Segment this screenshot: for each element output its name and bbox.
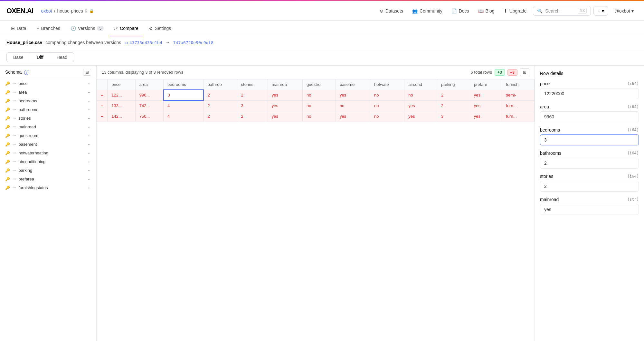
table-cell[interactable]: no <box>303 90 336 100</box>
tab-head[interactable]: Head <box>50 52 74 62</box>
table-cell[interactable]: 4 <box>164 111 204 122</box>
details-fields: price (i64) 12220000 area (i64) 9960 bed… <box>540 81 639 215</box>
schema-arrows: ↔ <box>87 151 91 155</box>
table-cell[interactable]: yes <box>336 111 370 122</box>
key-icon: 🔑 <box>5 186 10 190</box>
schema-field-bedrooms[interactable]: 🔑 ••• bedrooms ↔ <box>0 97 96 105</box>
schema-field-stories[interactable]: 🔑 ••• stories ↔ <box>0 114 96 123</box>
table-row[interactable]: −133...742...423yesnononoyes2yesfurn... <box>97 100 535 111</box>
details-panel: Row details price (i64) 12220000 area (i… <box>535 66 644 341</box>
nav-docs[interactable]: 📄 Docs <box>448 6 473 15</box>
table-cell[interactable]: yes <box>470 100 502 111</box>
table-cell[interactable]: yes <box>470 90 502 100</box>
breadcrumb-user[interactable]: oxbot <box>41 8 52 14</box>
user-menu[interactable]: @oxbot ▾ <box>611 6 638 15</box>
table-cell[interactable]: 2 <box>237 90 268 100</box>
table-cell[interactable]: furn... <box>502 111 535 122</box>
table-cell[interactable]: 2 <box>437 90 470 100</box>
table-cell[interactable]: 750... <box>135 111 163 122</box>
table-cell[interactable]: no <box>404 90 437 100</box>
table-cell[interactable]: yes <box>470 111 502 122</box>
table-cell[interactable]: semi- <box>502 90 535 100</box>
table-row[interactable]: −122...996...322yesnoyesnono2yessemi- <box>97 90 535 100</box>
table-cell[interactable]: 996... <box>135 90 163 100</box>
key-icon: 🔑 <box>5 151 10 155</box>
schema-field-guestroom[interactable]: 🔑 ••• guestroom ↔ <box>0 131 96 140</box>
detail-field-type: (i64) <box>627 81 639 86</box>
table-cell[interactable]: furn... <box>502 100 535 111</box>
schema-field-airconditioning[interactable]: 🔑 ••• airconditioning ↔ <box>0 157 96 166</box>
table-cell[interactable]: 122... <box>108 90 136 100</box>
data-table: priceareabedroomsbathroostoriesmainroagu… <box>97 79 535 122</box>
table-cell[interactable]: 2 <box>204 111 237 122</box>
schema-field-bathrooms[interactable]: 🔑 ••• bathrooms ↔ <box>0 105 96 114</box>
table-cell[interactable]: yes <box>404 100 437 111</box>
table-cell[interactable]: 133... <box>108 100 136 111</box>
total-rows-label: 6 total rows <box>470 70 492 75</box>
table-cell[interactable]: 3 <box>164 90 204 100</box>
table-cell[interactable]: yes <box>268 90 302 100</box>
schema-field-mainroad[interactable]: 🔑 ••• mainroad ↔ <box>0 123 96 131</box>
schema-field-name: bathrooms <box>19 107 85 112</box>
table-head: priceareabedroomsbathroostoriesmainroagu… <box>97 79 535 90</box>
detail-field-value: 12220000 <box>540 88 639 99</box>
search-box[interactable]: 🔍 Search ⌘K <box>533 6 591 16</box>
detail-field-value: 9960 <box>540 111 639 122</box>
tab-base[interactable]: Base <box>6 52 30 62</box>
schema-info-icon[interactable]: i <box>24 70 29 75</box>
layout-button[interactable]: ⊞ <box>520 68 529 76</box>
schema-field-name: basement <box>19 142 85 147</box>
table-cell[interactable]: no <box>370 111 404 122</box>
from-hash[interactable]: cc43735d435e1b4 <box>124 40 162 45</box>
breadcrumb-repo[interactable]: house-prices <box>57 8 83 14</box>
table-cell[interactable]: no <box>336 100 370 111</box>
table-cell[interactable]: yes <box>404 111 437 122</box>
schema-field-hotwaterheating[interactable]: 🔑 ••• hotwaterheating ↔ <box>0 149 96 157</box>
plus-button[interactable]: + ▾ <box>593 6 608 16</box>
subnav-settings[interactable]: ⚙ Settings <box>144 23 176 33</box>
table-row[interactable]: −142...750...422yesnoyesnoyes3yesfurn... <box>97 111 535 122</box>
subnav: ⊞ Data ⑂ Branches 🕐 Versions 5 ⇄ Compare… <box>0 21 644 36</box>
col-header-area: area <box>135 79 163 90</box>
tab-diff[interactable]: Diff <box>30 52 50 62</box>
logo[interactable]: OXEN.AI <box>6 7 33 15</box>
table-cell[interactable]: 142... <box>108 111 136 122</box>
data-table-wrapper[interactable]: priceareabedroomsbathroostoriesmainroagu… <box>97 79 535 341</box>
subnav-data[interactable]: ⊞ Data <box>6 23 31 33</box>
nav-blog[interactable]: 📖 Blog <box>474 6 498 15</box>
schema-toggle-button[interactable]: ⊟ <box>83 69 91 76</box>
table-cell[interactable]: no <box>303 100 336 111</box>
table-cell[interactable]: no <box>370 90 404 100</box>
to-hash[interactable]: 747a6720e90c9df8 <box>173 40 213 45</box>
schema-field-parking[interactable]: 🔑 ••• parking ↔ <box>0 166 96 175</box>
breadcrumb: oxbot / house-prices ⎘ 🔒 <box>41 8 94 14</box>
schema-panel: Schema i ⊟ 🔑 ••• price ↔ 🔑 ••• area ↔ 🔑 … <box>0 66 97 341</box>
nav-datasets[interactable]: ⊙ Datasets <box>376 6 407 15</box>
schema-field-basement[interactable]: 🔑 ••• basement ↔ <box>0 140 96 149</box>
table-cell[interactable]: 3 <box>437 111 470 122</box>
nav-upgrade[interactable]: ⬆ Upgrade <box>500 6 531 15</box>
subnav-compare[interactable]: ⇄ Compare <box>109 23 143 33</box>
table-cell[interactable]: 742... <box>135 100 163 111</box>
detail-field-type: (i64) <box>627 174 639 179</box>
table-cell[interactable]: 2 <box>237 111 268 122</box>
table-cell[interactable]: 2 <box>437 100 470 111</box>
nav-community[interactable]: 👥 Community <box>408 6 446 15</box>
schema-field-area[interactable]: 🔑 ••• area ↔ <box>0 88 96 97</box>
detail-field-value: yes <box>540 204 639 215</box>
schema-field-furnishingstatus[interactable]: 🔑 ••• furnishingstatus ↔ <box>0 183 96 192</box>
blog-icon: 📖 <box>478 8 484 14</box>
table-cell[interactable]: no <box>303 111 336 122</box>
table-cell[interactable]: yes <box>268 100 302 111</box>
table-cell[interactable]: 2 <box>204 100 237 111</box>
schema-field-price[interactable]: 🔑 ••• price ↔ <box>0 79 96 88</box>
table-cell[interactable]: yes <box>336 90 370 100</box>
table-cell[interactable]: 2 <box>204 90 237 100</box>
table-cell[interactable]: 4 <box>164 100 204 111</box>
table-cell[interactable]: yes <box>268 111 302 122</box>
schema-field-prefarea[interactable]: 🔑 ••• prefarea ↔ <box>0 175 96 183</box>
table-cell[interactable]: 3 <box>237 100 268 111</box>
subnav-versions[interactable]: 🕐 Versions 5 <box>66 23 108 33</box>
table-cell[interactable]: no <box>370 100 404 111</box>
subnav-branches[interactable]: ⑂ Branches <box>32 23 65 33</box>
